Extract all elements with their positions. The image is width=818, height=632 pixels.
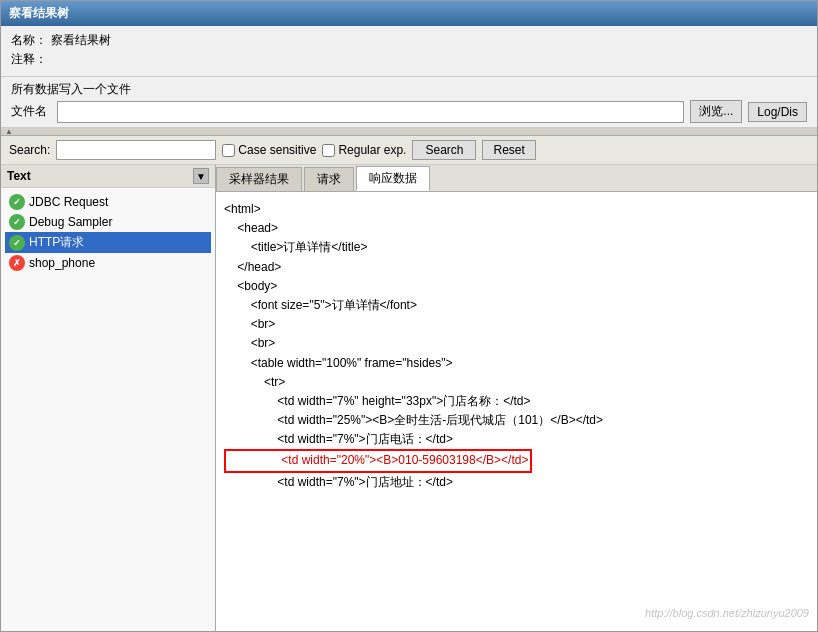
file-section: 所有数据写入一个文件 文件名 浏览... Log/Dis [1,77,817,128]
window-title: 察看结果树 [9,5,69,22]
tree-item-jdbc[interactable]: ✓ JDBC Request [5,192,211,212]
form-section: 名称： 察看结果树 注释： [1,26,817,77]
logdis-button[interactable]: Log/Dis [748,102,807,122]
file-section-label: 所有数据写入一个文件 [11,81,807,98]
code-line: <td width="7%" height="33px">门店名称：</td> [224,392,809,411]
code-line: <br> [224,334,809,353]
code-line: <head> [224,219,809,238]
content-area: <html> <head> <title>订单详情</title> </head… [216,192,817,631]
left-panel-title: Text [7,169,31,183]
tabs-bar: 采样器结果 请求 响应数据 [216,165,817,192]
tree-item-debug[interactable]: ✓ Debug Sampler [5,212,211,232]
code-line: <html> [224,200,809,219]
left-panel: Text ▼ ✓ JDBC Request ✓ Debug Sampler [1,165,216,631]
code-line: <br> [224,315,809,334]
status-ok-icon-2: ✓ [9,214,25,230]
name-row: 名称： 察看结果树 [11,32,807,49]
status-ok-icon: ✓ [9,194,25,210]
main-window: 察看结果树 名称： 察看结果树 注释： 所有数据写入一个文件 文件名 浏览...… [0,0,818,632]
tree-item-label-4: shop_phone [29,256,95,270]
search-bar: Search: Case sensitive Regular exp. Sear… [1,136,817,165]
code-line: <font size="5">订单详情</font> [224,296,809,315]
name-value: 察看结果树 [51,32,111,49]
case-sensitive-label[interactable]: Case sensitive [222,143,316,157]
code-line: <table width="100%" frame="hsides"> [224,354,809,373]
dropdown-button[interactable]: ▼ [193,168,209,184]
tree-item-label: JDBC Request [29,195,108,209]
watermark: http://blog.csdn.net/zhizunyu2009 [645,605,809,623]
tab-response-data[interactable]: 响应数据 [356,166,430,191]
comment-label: 注释： [11,51,51,68]
tab-sampler-result[interactable]: 采样器结果 [216,167,302,191]
title-bar: 察看结果树 [1,1,817,26]
tree-area: ✓ JDBC Request ✓ Debug Sampler ✓ HTTP [1,188,215,631]
comment-row: 注释： [11,51,807,68]
code-line: </head> [224,258,809,277]
code-line: <title>订单详情</title> [224,238,809,257]
code-line: <td width="25%"><B>全时生活-后现代城店（101）</B></… [224,411,809,430]
main-area: Text ▼ ✓ JDBC Request ✓ Debug Sampler [1,165,817,631]
status-error-icon: ✗ [9,255,25,271]
search-input[interactable] [56,140,216,160]
browse-button[interactable]: 浏览... [690,100,742,123]
name-label: 名称： [11,32,51,49]
collapse-arrow[interactable]: ▲ [5,127,13,136]
file-name-label: 文件名 [11,103,47,120]
code-line: <body> [224,277,809,296]
file-name-input[interactable] [57,101,684,123]
file-row: 文件名 浏览... Log/Dis [11,100,807,123]
code-line: <td width="7%">门店地址：</td> [224,473,809,492]
tree-item-label-2: Debug Sampler [29,215,112,229]
tree-item-http[interactable]: ✓ HTTP请求 [5,232,211,253]
code-line: <tr> [224,373,809,392]
right-panel: 采样器结果 请求 响应数据 <html> <head> <title>订单详情<… [216,165,817,631]
tree-item-shop-phone[interactable]: ✗ shop_phone [5,253,211,273]
case-sensitive-checkbox[interactable] [222,144,235,157]
highlighted-code-line: <td width="20%"><B>010-59603198</B></td> [224,449,532,472]
tab-request[interactable]: 请求 [304,167,354,191]
search-button[interactable]: Search [412,140,476,160]
tree-item-label-3: HTTP请求 [29,234,84,251]
code-line: <td width="7%">门店电话：</td> [224,430,809,449]
status-ok-icon-3: ✓ [9,235,25,251]
search-label: Search: [9,143,50,157]
code-block: <html> <head> <title>订单详情</title> </head… [224,200,809,492]
left-panel-header: Text ▼ [1,165,215,188]
regular-exp-checkbox[interactable] [322,144,335,157]
divider-top: ▲ [1,128,817,136]
regular-exp-label[interactable]: Regular exp. [322,143,406,157]
reset-button[interactable]: Reset [482,140,535,160]
